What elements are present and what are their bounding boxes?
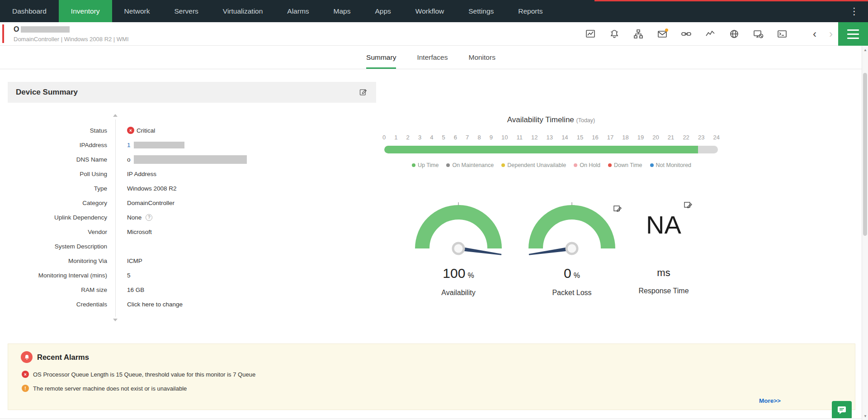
field-value: ×Critical [115,127,155,134]
nav-item-workflow[interactable]: Workflow [403,0,456,22]
nav-item-servers[interactable]: Servers [162,0,210,22]
topology-icon[interactable] [633,29,644,39]
legend-item: Dependent Unavailable [501,162,566,168]
nav-item-maps[interactable]: Maps [321,0,363,22]
legend-item: On Hold [574,162,600,168]
timeline-hour-label: 23 [698,134,704,141]
nav-item-virtualization[interactable]: Virtualization [211,0,275,22]
chat-button[interactable] [832,401,852,419]
summary-field-row: System Description [8,239,376,253]
summary-field-row: RAM size16 GB [8,282,376,297]
nav-item-alarms[interactable]: Alarms [275,0,321,22]
summary-field-row: Monitoring Interval (mins)5 [8,268,376,282]
timeline-hour-label: 17 [607,134,613,141]
gauge-edit-icon[interactable] [684,201,693,209]
globe-icon[interactable] [729,29,740,39]
timeline-hour-label: 20 [652,134,659,141]
alarm-bell-icon [21,351,33,363]
tab-monitors[interactable]: Monitors [468,46,495,69]
device-meta: DomainController | Windows 2008 R2 | WMI [14,36,129,43]
legend-item: Not Monitored [650,162,692,168]
scroll-up-icon[interactable] [113,114,118,117]
timeline-bar [384,146,718,153]
field-value[interactable]: Click here to change [115,301,183,308]
vertical-scrollbar[interactable]: ▲ ▼ [862,46,868,420]
chevron-left-icon[interactable]: ‹ [813,22,816,46]
field-value: 5 [115,272,131,279]
scrollbar-thumb[interactable] [863,73,867,236]
redacted-text [134,155,247,164]
timeline-legend: Up TimeOn MaintenanceDependent Unavailab… [371,162,732,168]
device-header: O DomainController | Windows 2008 R2 | W… [0,22,868,46]
critical-icon: × [22,371,29,378]
redacted-text [21,26,70,33]
summary-field-row: IPAddress1 [8,138,376,152]
help-icon[interactable]: ? [146,214,152,221]
nav-item-apps[interactable]: Apps [363,0,403,22]
response-time-gauge: NA ms Response Time [614,201,713,295]
legend-dot [412,163,415,167]
nav-item-reports[interactable]: Reports [506,0,555,22]
legend-item: Down Time [608,162,642,168]
gauge-edit-icon[interactable] [613,205,623,213]
timeline-hour-label: 9 [490,134,493,141]
alarm-bell-icon[interactable] [609,29,620,39]
timeline-hour-label: 18 [622,134,628,141]
terminal-icon[interactable] [777,29,788,39]
nav-item-network[interactable]: Network [112,0,162,22]
field-value: o [115,155,247,164]
legend-label: On Maintenance [452,162,494,168]
device-name-text: O [14,25,19,33]
timeline-hour-label: 11 [517,134,523,141]
timeline-hour-label: 13 [547,134,553,141]
gauge-label: Packet Loss [522,289,622,297]
graphs-icon[interactable] [585,29,596,39]
summary-field-row: Uplink DependencyNone? [8,210,376,224]
critical-status-icon: × [127,127,134,134]
email-icon[interactable] [657,29,668,39]
horizontal-scrollbar[interactable] [0,418,862,420]
nav-item-settings[interactable]: Settings [456,0,506,22]
timeline-hour-label: 0 [382,134,386,141]
legend-label: Up Time [418,162,439,168]
legend-dot [650,163,654,167]
field-label: Poll Using [8,171,115,177]
nav-item-inventory[interactable]: Inventory [59,0,112,22]
more-alarms-link[interactable]: More>> [759,397,781,404]
device-summary-title: Device Summary [16,88,78,97]
loading-bar [594,0,868,1]
more-menu-icon[interactable]: ⋮ [840,0,868,22]
timeline-hour-label: 1 [394,134,397,141]
edit-icon[interactable] [359,88,368,97]
menu-icon[interactable] [838,22,868,46]
tab-bar: SummaryInterfacesMonitors [0,46,862,69]
timeline-hour-label: 6 [454,134,457,141]
field-label: IPAddress [8,142,115,148]
field-value[interactable]: 1 [115,142,184,148]
gauge-value-na: NA [614,201,713,252]
field-value: Windows 2008 R2 [115,185,177,192]
legend-dot [501,163,505,167]
packet-loss-gauge: 0% Packet Loss [522,201,622,297]
recent-alarms-title: Recent Alarms [21,351,89,363]
scrollbar-up-icon[interactable]: ▲ [862,47,868,53]
performance-icon[interactable] [705,29,716,39]
nav-item-dashboard[interactable]: Dashboard [0,0,59,22]
field-label: RAM size [8,286,115,293]
gauge-value: 100% [409,266,508,281]
tab-summary[interactable]: Summary [366,46,396,69]
downtime-icon[interactable] [753,29,764,39]
chevron-right-icon[interactable]: › [829,22,833,46]
field-label: DNS Name [8,156,115,163]
timeline-hour-label: 22 [683,134,689,141]
timeline-hour-label: 12 [531,134,538,141]
scrollbar-down-icon[interactable]: ▼ [862,413,868,419]
timeline-hour-label: 3 [418,134,421,141]
summary-field-row: CredentialsClick here to change [8,297,376,311]
timeline-hour-label: 5 [442,134,445,141]
scroll-down-icon[interactable] [113,319,118,321]
device-summary-fields: Status×CriticalIPAddress1DNS NameoPoll U… [8,123,376,311]
link-icon[interactable] [681,29,692,39]
tab-interfaces[interactable]: Interfaces [417,46,448,69]
summary-field-row: Monitoring ViaICMP [8,253,376,268]
